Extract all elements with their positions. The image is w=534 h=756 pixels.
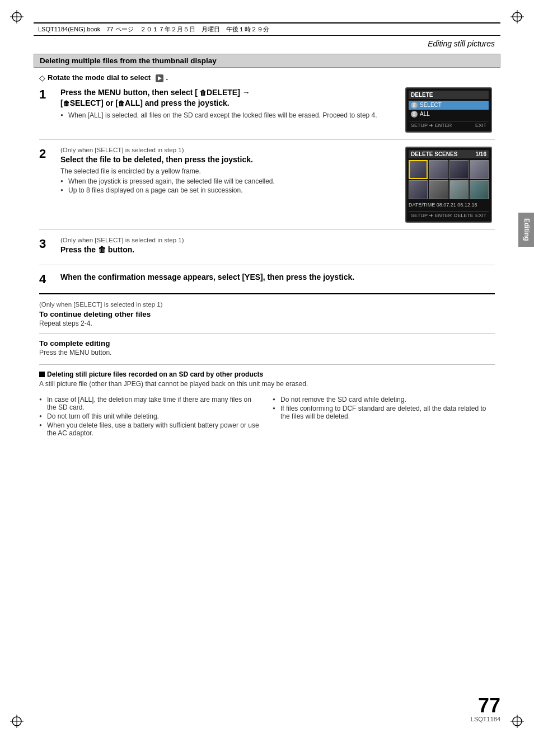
side-tab-editing: Editing: [518, 213, 534, 247]
continuation-sub: Repeat steps 2-4.: [39, 320, 495, 327]
step-1-number: 1: [39, 87, 56, 133]
warning-sub: A still picture file (other than JPEG) t…: [39, 380, 495, 388]
step-2-prefix: (Only when [SELECT] is selected in step …: [60, 147, 400, 153]
step-4-content: When the confirmation message appears, s…: [60, 272, 495, 287]
left-bullet-list: In case of [ALL], the deletion may take …: [39, 396, 261, 437]
step-1-content: Press the MENU button, then select [ 🗑DE…: [60, 87, 400, 133]
complete-editing-block: To complete editing Press the MENU butto…: [39, 339, 495, 356]
scenes-grid: [409, 160, 489, 200]
scene-thumb-7: [449, 180, 469, 199]
screen-bottom-1: SETUP ➜ ENTER EXIT: [409, 121, 489, 129]
trash-icon-step3: 🗑: [98, 245, 106, 254]
scene-thumb-4: [470, 160, 489, 179]
mode-dial-text: Rotate the mode dial to select .: [48, 73, 168, 83]
step-1-bullets: When [ALL] is selected, all files on the…: [60, 111, 400, 119]
screen-bottom-2: SETUP ➜ ENTER DELETE EXIT: [409, 211, 489, 219]
scenes-date-time: DATE/TIME 08.07.21 06.12.16: [409, 201, 489, 209]
header-file-info: LSQT1184(ENG).book 77 ページ ２０１７年２月５日 月曜日 …: [38, 25, 269, 34]
step-3-content: (Only when [SELECT] is selected in step …: [60, 237, 495, 258]
right-bullet-1: Do not remove the SD card while deleting…: [273, 396, 495, 403]
bottom-bullets-left: In case of [ALL], the deletion may take …: [39, 393, 261, 438]
left-bullet-2: Do not turn off this unit while deleting…: [39, 412, 261, 420]
header-bar: LSQT1184(ENG).book 77 ページ ２０１７年２月５日 月曜日 …: [34, 22, 500, 36]
scene-thumb-6: [429, 180, 448, 199]
page-number: 77: [471, 696, 500, 716]
step-2-content: (Only when [SELECT] is selected in step …: [60, 147, 400, 223]
step-1-block: 1 Press the MENU button, then select [ 🗑…: [39, 87, 495, 140]
step-2-bullet-2: Up to 8 files displayed on a page can be…: [60, 186, 400, 194]
step-3-number: 3: [39, 237, 56, 258]
step-2-main: Select the file to be deleted, then pres…: [60, 154, 400, 166]
complete-editing-sub: Press the MENU button.: [39, 349, 495, 356]
step-2-bullet-1: When the joystick is pressed again, the …: [60, 177, 400, 185]
scene-thumb-3: [449, 160, 469, 179]
step-2-sub: The selected file is encircled by a yell…: [60, 167, 400, 175]
scenes-title: DELETE SCENES 1/16: [409, 150, 489, 158]
page-container: LSQT1184(ENG).book 77 ページ ２０１７年２月５日 月曜日 …: [0, 0, 534, 756]
step-3-main: Press the 🗑 button.: [60, 245, 495, 256]
continuation-title: To continue deleting other files: [39, 310, 495, 318]
step-4-number: 4: [39, 272, 56, 287]
bottom-bullets-container: In case of [ALL], the deletion may take …: [39, 393, 495, 438]
left-bullet-3: When you delete files, use a battery wit…: [39, 421, 261, 437]
continuation-prefix: (Only when [SELECT] is selected in step …: [39, 301, 495, 308]
screen-all-item: 🗑 ALL: [409, 110, 489, 119]
diamond-icon: ◇: [39, 73, 45, 82]
page-code: LSQT1184: [471, 716, 500, 722]
scene-thumb-5: [409, 180, 428, 199]
trash-icon-3: 🗑: [118, 100, 125, 107]
step-1-image: DELETE 🗑 SELECT 🗑 ALL SETUP ➜ ENTER EXIT: [405, 87, 495, 133]
section-heading: Deleting multiple files from the thumbna…: [34, 54, 500, 68]
trash-icon-1: 🗑: [200, 89, 207, 97]
play-record-icon: [155, 74, 164, 83]
step-4-main: When the confirmation message appears, s…: [60, 272, 495, 283]
step-1-main: Press the MENU button, then select [ 🗑DE…: [60, 87, 400, 109]
delete-scenes-screen: DELETE SCENES 1/16 DATE/TIME: [405, 147, 492, 223]
step-2-image: DELETE SCENES 1/16 DATE/TIME: [405, 147, 495, 223]
screen-select-item: 🗑 SELECT: [409, 101, 489, 110]
step-1-bullet-1: When [ALL] is selected, all files on the…: [60, 111, 400, 119]
right-bullet-2: If files conforming to DCF standard are …: [273, 405, 495, 420]
left-bullet-1: In case of [ALL], the deletion may take …: [39, 396, 261, 411]
complete-editing-title: To complete editing: [39, 339, 495, 348]
page-title: Editing still pictures: [34, 39, 500, 48]
warning-square-icon: [39, 372, 45, 377]
bottom-bullets-right: Do not remove the SD card while deleting…: [273, 393, 495, 438]
page-title-text: Editing still pictures: [428, 39, 495, 48]
step-2-block: 2 (Only when [SELECT] is selected in ste…: [39, 147, 495, 231]
step-3-prefix: (Only when [SELECT] is selected in step …: [60, 237, 495, 243]
scene-thumb-2: [429, 160, 448, 179]
right-bullet-list: Do not remove the SD card while deleting…: [273, 396, 495, 420]
screen-title: DELETE: [409, 91, 489, 99]
step-3-block: 3 (Only when [SELECT] is selected in ste…: [39, 237, 495, 265]
page-number-block: 77 LSQT1184: [471, 696, 500, 722]
delete-menu-screen: DELETE 🗑 SELECT 🗑 ALL SETUP ➜ ENTER EXIT: [405, 87, 492, 133]
divider-1: [39, 333, 495, 334]
continuation-block: (Only when [SELECT] is selected in step …: [39, 301, 495, 327]
scene-thumb-1: [409, 160, 428, 179]
step-4-block: 4 When the confirmation message appears,…: [39, 272, 495, 294]
divider-2: [39, 364, 495, 365]
select-icon: 🗑: [411, 102, 418, 109]
mode-dial-line: ◇ Rotate the mode dial to select .: [39, 73, 495, 83]
main-content: ◇ Rotate the mode dial to select . 1 Pre…: [34, 73, 500, 438]
warning-title: Deleting still picture files recorded on…: [39, 370, 495, 378]
scene-thumb-8: [470, 180, 489, 199]
all-icon: 🗑: [411, 111, 418, 118]
trash-icon-2: 🗑: [63, 100, 70, 107]
step-2-number: 2: [39, 147, 56, 223]
warning-block: Deleting still picture files recorded on…: [39, 370, 495, 388]
step-2-bullets: When the joystick is pressed again, the …: [60, 177, 400, 194]
